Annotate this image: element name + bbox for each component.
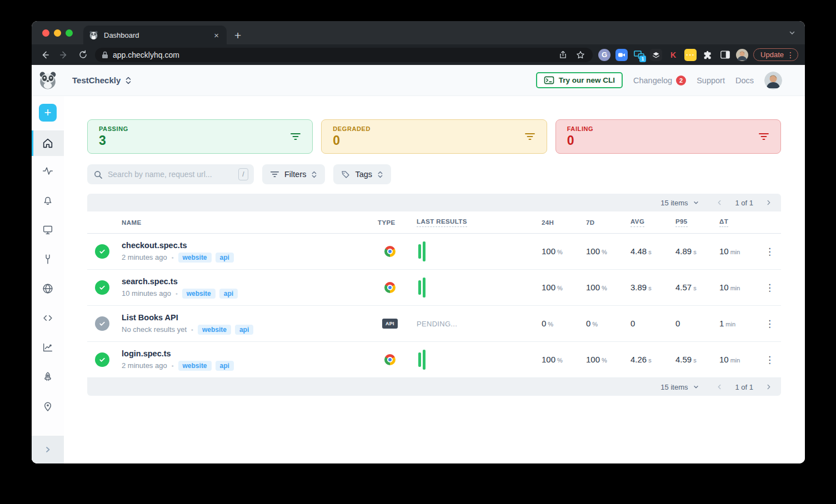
- meta-separator-dot: •: [172, 362, 174, 369]
- row-menu-kebab[interactable]: ⋮: [765, 246, 774, 257]
- last-results-bars[interactable]: [418, 276, 425, 299]
- tags-button[interactable]: Tags: [333, 164, 391, 184]
- new-tab-button[interactable]: +: [234, 29, 241, 41]
- browser-profile-avatar[interactable]: [736, 49, 748, 61]
- sidebar-item-bell[interactable]: [32, 185, 64, 215]
- zoom-extension-icon[interactable]: [615, 49, 628, 61]
- cell-7d: 0%: [586, 319, 630, 329]
- check-row[interactable]: checkout.spec.ts 2 minutes ago • website…: [87, 234, 781, 270]
- grammarly-extension-icon[interactable]: G: [598, 49, 610, 61]
- maximize-window-button[interactable]: [66, 29, 73, 37]
- next-page-icon[interactable]: [765, 199, 772, 206]
- result-bar[interactable]: [423, 350, 425, 370]
- result-bar[interactable]: [423, 241, 425, 261]
- extensions-puzzle-icon[interactable]: [702, 49, 714, 61]
- url-text: app.checklyhq.com: [113, 51, 552, 59]
- tag-badge[interactable]: website: [178, 253, 212, 263]
- sidebar-item-globe[interactable]: [32, 274, 64, 303]
- stacks-extension-icon[interactable]: [650, 49, 662, 61]
- row-menu-kebab[interactable]: ⋮: [765, 282, 774, 293]
- screen-cast-extension-icon[interactable]: 1: [633, 49, 645, 61]
- sidebar-item-monitor[interactable]: [32, 215, 64, 244]
- check-row[interactable]: List Books API No check results yet • we…: [87, 306, 781, 342]
- checkly-raccoon-logo: [38, 71, 57, 90]
- row-menu-kebab[interactable]: ⋮: [765, 354, 774, 365]
- column-header-p95: P95: [675, 218, 688, 227]
- check-row[interactable]: login.spec.ts 2 minutes ago • websiteapi…: [87, 342, 781, 378]
- sidebar-item-code[interactable]: [32, 303, 64, 332]
- user-avatar[interactable]: [764, 72, 782, 89]
- support-link[interactable]: Support: [697, 76, 725, 85]
- tag-badge[interactable]: api: [219, 289, 238, 299]
- sidebar-item-wrench[interactable]: [32, 244, 64, 274]
- sidebar-expand-button[interactable]: [32, 436, 64, 463]
- create-check-button[interactable]: +: [39, 104, 57, 122]
- tab-search-chevron-icon[interactable]: [788, 29, 796, 37]
- chrome-browser-icon: [384, 246, 396, 257]
- chrome-update-button[interactable]: Update ⋮: [753, 48, 798, 61]
- tag-badge[interactable]: api: [216, 253, 234, 263]
- app-sidebar: +: [32, 96, 64, 463]
- sidebar-item-home[interactable]: [32, 130, 64, 156]
- sidebar-item-rocket[interactable]: [32, 362, 64, 391]
- sidebar-item-location[interactable]: [32, 391, 64, 421]
- reload-button[interactable]: [76, 48, 89, 62]
- url-bar[interactable]: app.checklyhq.com: [95, 48, 593, 62]
- tag-badge[interactable]: website: [178, 361, 212, 371]
- browser-tab-strip: Dashboard × +: [32, 21, 805, 44]
- search-input[interactable]: [107, 169, 234, 179]
- chevron-down-icon: [693, 199, 699, 206]
- prev-page-icon[interactable]: [716, 199, 723, 206]
- filters-button[interactable]: Filters: [262, 164, 325, 184]
- tag-badge[interactable]: api: [235, 325, 253, 335]
- check-meta: No check results yet: [122, 325, 187, 334]
- k-extension-icon[interactable]: K: [667, 49, 679, 61]
- degraded-card[interactable]: DEGRADED 0: [321, 119, 547, 154]
- chrome-menu-kebab-icon[interactable]: ⋮: [787, 51, 794, 59]
- browser-tab-dashboard[interactable]: Dashboard ×: [83, 26, 227, 44]
- result-bar[interactable]: [418, 244, 421, 259]
- minimize-window-button[interactable]: [54, 29, 61, 37]
- failing-count: 0: [567, 133, 594, 148]
- failing-card[interactable]: FAILING 0: [555, 119, 781, 154]
- checkly-app: TestCheckly Try our new CLI Changelog 2 …: [32, 65, 805, 463]
- cell-dt: 10min: [719, 283, 758, 293]
- close-window-button[interactable]: [42, 29, 49, 37]
- result-bar[interactable]: [418, 352, 421, 367]
- search-box[interactable]: /: [87, 164, 254, 184]
- items-per-page-select[interactable]: 15 items: [660, 199, 699, 207]
- passing-card[interactable]: PASSING 3: [87, 119, 313, 154]
- activity-icon: [42, 165, 54, 177]
- changelog-link[interactable]: Changelog 2: [633, 75, 686, 85]
- last-results-bars[interactable]: [418, 349, 425, 371]
- forward-button[interactable]: [57, 48, 71, 62]
- sidebar-item-activity[interactable]: [32, 156, 64, 185]
- items-count-label: 15 items: [660, 383, 688, 391]
- tag-badge[interactable]: website: [198, 325, 231, 335]
- next-page-icon[interactable]: [765, 384, 772, 390]
- desktop-background: Dashboard × + app.checklyhq.com: [0, 0, 836, 504]
- docs-link[interactable]: Docs: [735, 76, 754, 85]
- result-bar[interactable]: [423, 278, 425, 298]
- last-results-bars[interactable]: [418, 240, 425, 263]
- tab-close-icon[interactable]: ×: [212, 31, 221, 40]
- cell-24h: 100%: [542, 246, 586, 256]
- result-bar[interactable]: [418, 280, 421, 295]
- prev-page-icon[interactable]: [716, 384, 723, 390]
- row-menu-kebab[interactable]: ⋮: [765, 318, 774, 329]
- items-per-page-select[interactable]: 15 items: [660, 383, 699, 391]
- rocket-icon: [42, 371, 54, 383]
- check-row[interactable]: search.spec.ts 10 minutes ago • websitea…: [87, 270, 781, 306]
- notes-extension-icon[interactable]: ···: [684, 49, 697, 61]
- share-icon[interactable]: [556, 48, 569, 62]
- tag-badge[interactable]: website: [182, 289, 216, 299]
- account-switcher[interactable]: TestCheckly: [72, 75, 132, 85]
- cell-dt: 1min: [719, 319, 758, 329]
- bookmark-star-icon[interactable]: [574, 48, 587, 62]
- back-button[interactable]: [38, 48, 52, 62]
- side-panel-icon[interactable]: [719, 49, 731, 61]
- sidebar-item-chart[interactable]: [32, 332, 64, 362]
- try-cli-button[interactable]: Try our new CLI: [536, 72, 623, 88]
- check-status-icon: [95, 280, 109, 295]
- tag-badge[interactable]: api: [216, 361, 234, 371]
